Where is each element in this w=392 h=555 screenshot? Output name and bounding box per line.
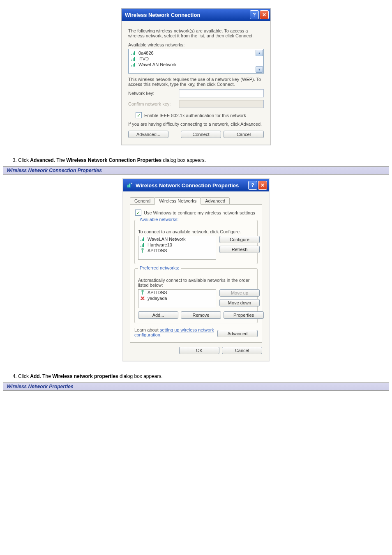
- signal-icon: [140, 242, 145, 247]
- available-networks-group: Available networks: To connect to an ava…: [134, 220, 258, 264]
- list-item[interactable]: APITDNS: [138, 290, 216, 295]
- ieee-checkbox[interactable]: [136, 112, 142, 118]
- network-key-label: Network key:: [128, 91, 175, 96]
- ieee-label: Enable IEEE 802.1x authentication for th…: [144, 113, 246, 118]
- section-heading-network-props: Wireless Network Properties: [3, 382, 389, 391]
- svg-rect-3: [131, 60, 132, 61]
- tab-wireless-networks[interactable]: Wireless Networks: [154, 197, 201, 205]
- available-networks-list[interactable]: ▴ ▾ 0a4826 ITVD: [128, 49, 264, 74]
- signal-icon: [131, 51, 136, 55]
- available-label: Available wireless networks:: [128, 42, 264, 47]
- signal-icon: [131, 62, 136, 67]
- confirm-key-input: [179, 100, 264, 108]
- use-windows-label: Use Windows to configure my wireless net…: [144, 210, 255, 215]
- configure-button[interactable]: Configure: [219, 236, 260, 243]
- titlebar: Wireless Network Connection Properties ?…: [123, 179, 269, 191]
- list-item[interactable]: yadayada: [138, 295, 216, 301]
- movedown-button[interactable]: Move down: [219, 299, 260, 306]
- wireless-connection-dialog: Wireless Network Connection ? ✕ The foll…: [121, 8, 271, 145]
- antenna-icon: [140, 248, 145, 253]
- signal-icon: [140, 237, 145, 242]
- preferred-hint: Automatically connect to available netwo…: [138, 278, 254, 288]
- scroll-down-icon[interactable]: ▾: [256, 66, 263, 73]
- refresh-button[interactable]: Refresh: [219, 246, 260, 253]
- remove-button[interactable]: Remove: [181, 311, 221, 319]
- instruction-step-3: Click Advanced. The Wireless Network Con…: [18, 157, 389, 163]
- available-hint: To connect to an available network, clic…: [138, 229, 254, 234]
- preferred-networks-list[interactable]: APITDNS yadayada: [138, 289, 216, 308]
- cancel-button[interactable]: Cancel: [222, 347, 262, 354]
- learn-text: Learn about setting up wireless network …: [134, 327, 217, 337]
- svg-rect-1: [133, 53, 134, 55]
- connect-button[interactable]: Connect: [181, 131, 221, 138]
- list-item[interactable]: 0a4826: [129, 50, 263, 56]
- tab-advanced[interactable]: Advanced: [201, 197, 230, 205]
- dialog-title: Wireless Network Connection: [125, 12, 200, 18]
- svg-rect-8: [134, 63, 135, 67]
- advanced-button[interactable]: Advanced: [217, 330, 258, 337]
- svg-rect-13: [143, 237, 144, 241]
- svg-rect-2: [134, 51, 135, 55]
- close-icon[interactable]: ✕: [258, 181, 267, 190]
- dialog-title: Wireless Network Connection Properties: [136, 182, 239, 189]
- network-key-input[interactable]: [179, 89, 264, 97]
- close-icon[interactable]: ✕: [260, 10, 269, 19]
- svg-rect-6: [131, 65, 132, 67]
- help-icon[interactable]: ?: [250, 10, 259, 19]
- group-legend-available: Available networks:: [138, 217, 180, 222]
- svg-rect-9: [127, 185, 129, 187]
- advanced-button[interactable]: Advanced...: [128, 131, 168, 138]
- svg-rect-14: [141, 246, 141, 247]
- antenna-icon: [140, 290, 145, 295]
- svg-rect-15: [142, 244, 143, 247]
- list-item[interactable]: WaveLAN Network: [138, 236, 216, 242]
- help-icon[interactable]: ?: [248, 181, 257, 190]
- svg-rect-5: [134, 57, 135, 61]
- available-networks-list[interactable]: WaveLAN Network Hardware10: [138, 236, 216, 260]
- list-item[interactable]: ITVD: [129, 56, 263, 62]
- scroll-up-icon[interactable]: ▴: [256, 50, 263, 56]
- cancel-button[interactable]: Cancel: [224, 131, 264, 138]
- group-legend-preferred: Preferred networks:: [138, 265, 181, 270]
- signal-icon: [131, 56, 136, 61]
- tab-general[interactable]: General: [130, 197, 155, 205]
- svg-rect-16: [143, 243, 144, 247]
- network-unavailable-icon: [140, 296, 145, 301]
- confirm-key-label: Confirm network key:: [128, 101, 175, 106]
- use-windows-checkbox[interactable]: [135, 210, 141, 216]
- svg-rect-11: [141, 240, 141, 241]
- add-button[interactable]: Add...: [138, 311, 178, 319]
- properties-button[interactable]: Properties: [224, 311, 264, 319]
- svg-rect-4: [133, 58, 134, 61]
- section-heading-properties: Wireless Network Connection Properties: [3, 166, 389, 175]
- tab-strip: General Wireless Networks Advanced: [130, 197, 262, 205]
- svg-rect-12: [142, 239, 143, 241]
- difficulty-text: If you are having difficulty connecting …: [128, 122, 264, 127]
- preferred-networks-group: Preferred networks: Automatically connec…: [134, 268, 258, 323]
- svg-rect-0: [131, 54, 132, 55]
- wireless-properties-dialog: Wireless Network Connection Properties ?…: [123, 179, 269, 361]
- svg-rect-10: [129, 184, 130, 187]
- intro-text: The following wireless network(s) are av…: [128, 28, 264, 38]
- list-item[interactable]: WaveLAN Network: [129, 62, 263, 67]
- window-icon: [127, 182, 133, 189]
- moveup-button[interactable]: Move up: [219, 289, 260, 297]
- instruction-step-4: Click Add. The Wireless network properti…: [18, 373, 389, 379]
- ok-button[interactable]: OK: [179, 347, 219, 354]
- list-item[interactable]: APITDNS: [138, 248, 216, 253]
- svg-rect-7: [133, 64, 134, 67]
- wep-text: This wireless network requires the use o…: [128, 77, 264, 87]
- titlebar: Wireless Network Connection ? ✕: [122, 9, 270, 21]
- list-item[interactable]: Hardware10: [138, 242, 216, 248]
